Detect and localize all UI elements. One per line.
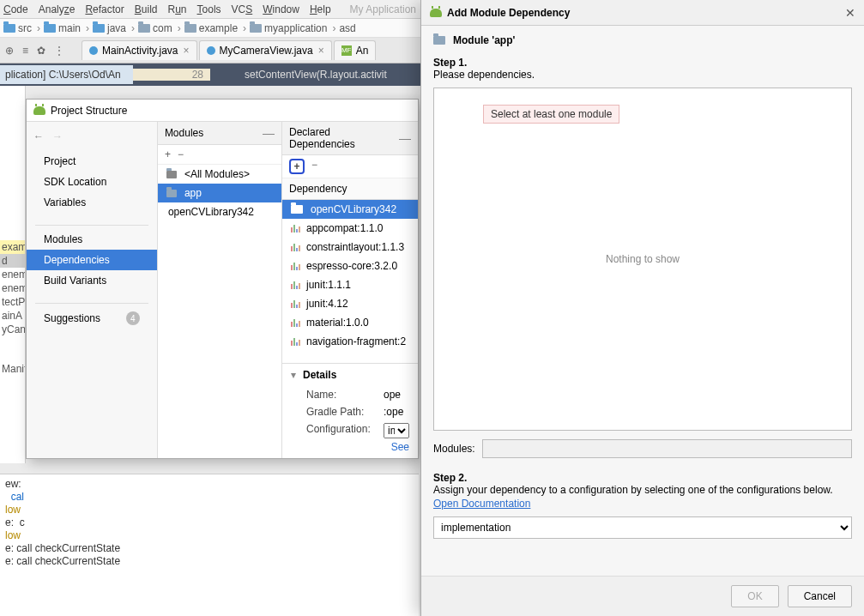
add-module-icon[interactable]: + bbox=[165, 148, 171, 160]
close-icon[interactable]: × bbox=[184, 45, 190, 57]
step1-label: Step 1. bbox=[433, 57, 852, 69]
module-all[interactable]: <All Modules> bbox=[158, 165, 281, 184]
menu-vcs[interactable]: VCS bbox=[232, 3, 253, 15]
crumb-asd[interactable]: asd bbox=[339, 22, 355, 34]
folder-icon bbox=[291, 205, 303, 214]
nav-modules[interactable]: Modules bbox=[27, 229, 157, 250]
modules-panel: Modules— + − <All Modules> app openCVLib… bbox=[158, 122, 282, 458]
tab-mainactivity[interactable]: MainActivity.java× bbox=[82, 40, 197, 60]
folder-icon bbox=[433, 36, 445, 45]
dep-appcompat[interactable]: appcompat:1.1.0 bbox=[282, 219, 418, 238]
crumb-src[interactable]: src bbox=[3, 22, 32, 34]
android-icon bbox=[430, 9, 442, 17]
nav-suggestions[interactable]: Suggestions 4 bbox=[27, 307, 157, 329]
nav-forward-icon: → bbox=[52, 130, 63, 142]
close-icon[interactable]: × bbox=[318, 45, 324, 57]
add-dependency-button[interactable]: + bbox=[289, 159, 305, 174]
dep-junit1[interactable]: junit:1.1.1 bbox=[282, 275, 418, 294]
crumb-com[interactable]: com bbox=[138, 22, 172, 34]
tool-icon-2[interactable]: ≡ bbox=[22, 45, 28, 57]
dep-navigation[interactable]: navigation-fragment:2 bbox=[282, 332, 418, 351]
project-name: My Application bbox=[350, 3, 416, 15]
console: ew: cal low e: c low e: call checkCurren… bbox=[0, 474, 419, 616]
library-icon bbox=[291, 337, 301, 346]
dep-opencv[interactable]: openCVLibrary342 bbox=[282, 200, 418, 219]
nav-dependencies[interactable]: Dependencies bbox=[27, 250, 157, 270]
remove-dependency-button[interactable]: − bbox=[311, 159, 317, 174]
menu-analyze[interactable]: Analyze bbox=[39, 3, 76, 15]
tab-mycameraview[interactable]: MyCameraView.java× bbox=[199, 40, 332, 60]
modules-icon bbox=[166, 171, 177, 178]
dependencies-panel: Declared Dependencies— + − Dependency op… bbox=[282, 122, 418, 458]
folder-icon bbox=[166, 190, 177, 197]
menu-code[interactable]: Code bbox=[3, 3, 28, 15]
dialog-title: Project Structure bbox=[27, 100, 418, 122]
dep-material[interactable]: material:1.0.0 bbox=[282, 313, 418, 332]
structure-gutter: exam d enem enem tectP ainA yCan Manif bbox=[0, 86, 26, 463]
crumb-java[interactable]: java bbox=[93, 22, 126, 34]
module-list[interactable]: Nothing to show bbox=[433, 88, 852, 431]
validation-tooltip: Select at least one module bbox=[483, 105, 619, 124]
library-icon bbox=[291, 243, 301, 251]
menu-run[interactable]: Run bbox=[167, 3, 186, 15]
modules-label: Modules: bbox=[433, 443, 475, 455]
suggestions-badge: 4 bbox=[126, 311, 140, 325]
close-button[interactable]: ✕ bbox=[845, 6, 855, 20]
code-line: setContentView(R.layout.activit bbox=[210, 69, 387, 81]
dialog-title: Add Module Dependency bbox=[447, 7, 570, 19]
line-number: 28 bbox=[133, 69, 210, 81]
config-select[interactable]: im bbox=[384, 423, 409, 438]
dep-constraint[interactable]: constraintlayout:1.1.3 bbox=[282, 238, 418, 257]
expand-icon[interactable]: ▾ bbox=[291, 369, 296, 381]
menu-refactor[interactable]: Refactor bbox=[85, 3, 124, 15]
dep-junit4[interactable]: junit:4.12 bbox=[282, 294, 418, 313]
module-app[interactable]: app bbox=[158, 184, 281, 202]
ok-button[interactable]: OK bbox=[731, 585, 778, 607]
details-panel: ▾Details Name:ope Gradle Path::ope Confi… bbox=[282, 363, 418, 458]
module-opencv[interactable]: openCVLibrary342 bbox=[158, 202, 281, 221]
menu-window[interactable]: Window bbox=[263, 3, 299, 15]
menu-help[interactable]: Help bbox=[310, 3, 331, 15]
see-link[interactable]: See bbox=[291, 441, 409, 453]
menu-build[interactable]: Build bbox=[135, 3, 158, 15]
crumb-main[interactable]: main bbox=[44, 22, 81, 34]
modules-input[interactable] bbox=[482, 439, 852, 458]
remove-module-icon[interactable]: − bbox=[178, 148, 184, 160]
collapse-icon[interactable]: — bbox=[263, 126, 275, 140]
open-documentation-link[interactable]: Open Documentation bbox=[433, 498, 852, 510]
library-icon bbox=[291, 299, 301, 308]
nav-back-icon[interactable]: ← bbox=[33, 130, 44, 142]
tool-icon-1[interactable]: ⊕ bbox=[5, 45, 14, 57]
crumb-app[interactable]: myapplication bbox=[250, 22, 327, 34]
configuration-select[interactable]: implementation bbox=[433, 516, 852, 539]
project-structure-dialog: Project Structure ← → Project SDK Locati… bbox=[26, 99, 419, 459]
library-icon bbox=[291, 318, 301, 327]
nav-project[interactable]: Project bbox=[27, 151, 157, 172]
nav-sdk[interactable]: SDK Location bbox=[27, 172, 157, 192]
nav-variables[interactable]: Variables bbox=[27, 192, 157, 213]
step2-text: Assign your dependency to a configuratio… bbox=[433, 484, 852, 496]
cancel-button[interactable]: Cancel bbox=[788, 585, 852, 607]
android-icon bbox=[33, 106, 45, 115]
step2-label: Step 2. bbox=[433, 472, 852, 484]
library-icon bbox=[291, 262, 301, 270]
menu-tools[interactable]: Tools bbox=[197, 3, 221, 15]
tab-manifest[interactable]: MFAn bbox=[334, 40, 377, 60]
library-icon bbox=[291, 224, 301, 233]
add-module-dependency-dialog: Add Module Dependency ✕ Module 'app' Ste… bbox=[420, 0, 864, 616]
ps-nav: ← → Project SDK Location Variables Modul… bbox=[27, 122, 158, 458]
editor-path: plication] C:\Users\Od\An bbox=[0, 65, 133, 84]
module-name: Module 'app' bbox=[453, 34, 515, 46]
crumb-example[interactable]: example bbox=[184, 22, 238, 34]
collapse-icon[interactable]: — bbox=[399, 131, 411, 145]
dep-espresso[interactable]: espresso-core:3.2.0 bbox=[282, 257, 418, 275]
nav-build-variants[interactable]: Build Variants bbox=[27, 270, 157, 291]
tool-more-icon[interactable]: ⋮ bbox=[54, 45, 64, 57]
tool-settings-icon[interactable]: ✿ bbox=[37, 45, 45, 57]
step1-text: Please dependencies. bbox=[433, 69, 852, 81]
library-icon bbox=[291, 281, 301, 289]
